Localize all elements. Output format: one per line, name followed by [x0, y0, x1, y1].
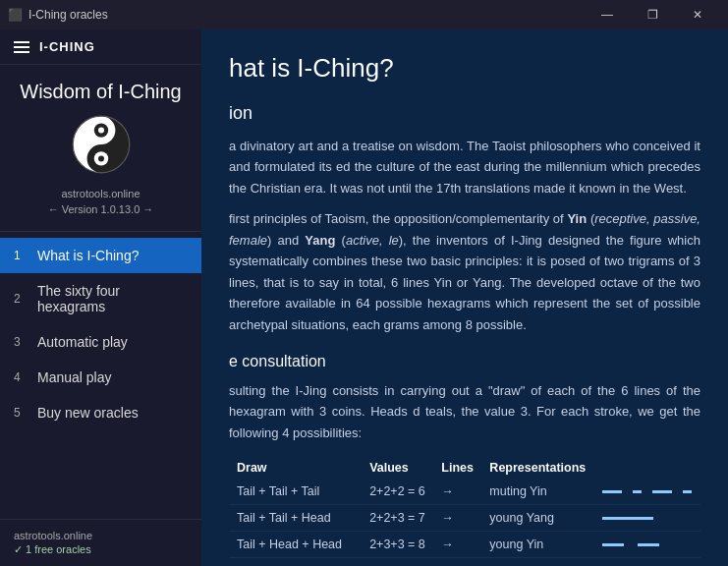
- sidebar-footer: astrotools.online ✓ 1 free oracles: [0, 519, 201, 566]
- section1-heading: ion: [229, 103, 700, 124]
- sidebar-version: ← Version 1.0.13.0 →: [14, 203, 188, 215]
- rep-1: [594, 479, 700, 505]
- nav-num-3: 3: [14, 335, 28, 349]
- col-draw: Draw: [229, 457, 362, 479]
- minimize-button[interactable]: —: [585, 0, 630, 29]
- section2-heading: e consultation: [229, 353, 700, 370]
- col-rep: Representations: [481, 457, 594, 479]
- sidebar: I-CHING Wisdom of I-Ching astrotools.onl…: [0, 29, 201, 566]
- app-container: I-CHING Wisdom of I-Ching astrotools.onl…: [0, 29, 728, 566]
- nav-label-2: The sixty four hexagrams: [37, 283, 188, 314]
- sidebar-brand-title: Wisdom of I-Ching: [14, 81, 188, 103]
- close-button[interactable]: ✕: [675, 0, 720, 29]
- line-3: young Yin: [481, 532, 594, 558]
- table-row: Head + Head + Head 3+3+3 = 9 → muting Ya…: [229, 558, 700, 566]
- sidebar-item-automatic-play[interactable]: 3 Automatic play: [0, 324, 201, 360]
- sidebar-item-buy-oracles[interactable]: 5 Buy new oracles: [0, 395, 201, 430]
- table-row: Tail + Tail + Tail 2+2+2 = 6 → muting Yi…: [229, 479, 700, 505]
- values-3: 2+3+3 = 8: [362, 532, 433, 558]
- table-row: Tail + Tail + Head 2+2+3 = 7 → young Yan…: [229, 505, 700, 532]
- title-bar-icon: ⬛: [8, 8, 23, 22]
- col-lines: Lines: [433, 457, 481, 479]
- maximize-button[interactable]: ❐: [630, 0, 675, 29]
- sidebar-header: I-CHING: [0, 29, 201, 65]
- draw-4: Head + Head + Head: [229, 558, 362, 566]
- rep-4: [594, 558, 700, 566]
- arrow-1: →: [433, 479, 481, 505]
- footer-site: astrotools.online: [14, 530, 188, 541]
- sidebar-item-what-is-iching[interactable]: 1 What is I-Ching?: [0, 238, 201, 273]
- title-bar-left: ⬛ I-Ching oracles: [8, 8, 108, 22]
- arrow-2: →: [433, 505, 481, 532]
- consultation-table: Draw Values Lines Representations Tail +…: [229, 457, 700, 566]
- footer-oracles: ✓ 1 free oracles: [14, 543, 188, 556]
- values-1: 2+2+2 = 6: [362, 479, 433, 505]
- nav-label-4: Manual play: [37, 369, 112, 385]
- section1-p1: a divinatory art and a treatise on wisdo…: [229, 136, 700, 198]
- title-bar-controls: — ❐ ✕: [585, 0, 720, 29]
- sidebar-item-manual-play[interactable]: 4 Manual play: [0, 360, 201, 395]
- draw-1: Tail + Tail + Tail: [229, 479, 362, 505]
- sidebar-header-label: I-CHING: [39, 39, 95, 54]
- values-4: 3+3+3 = 9: [362, 558, 433, 566]
- title-bar: ⬛ I-Ching oracles — ❐ ✕: [0, 0, 728, 29]
- hamburger-icon[interactable]: [14, 41, 29, 53]
- line-1: muting Yin: [481, 479, 594, 505]
- yin-yang-logo: [72, 115, 131, 174]
- col-values: Values: [362, 457, 433, 479]
- rep-2: [594, 505, 700, 532]
- sidebar-item-hexagrams[interactable]: 2 The sixty four hexagrams: [0, 273, 201, 324]
- nav-num-4: 4: [14, 370, 28, 384]
- section1-p2: first principles of Taoism, the oppositi…: [229, 208, 700, 335]
- line-4: muting Yang: [481, 558, 594, 566]
- nav-label-5: Buy new oracles: [37, 405, 139, 421]
- content-area: hat is I-Ching? ion a divinatory art and…: [201, 29, 728, 566]
- draw-2: Tail + Tail + Head: [229, 505, 362, 532]
- rep-3: [594, 532, 700, 558]
- line-2: young Yang: [481, 505, 594, 532]
- section2-p1: sulting the I-Jing consists in carrying …: [229, 380, 700, 443]
- title-bar-title: I-Ching oracles: [28, 8, 108, 22]
- draw-3: Tail + Head + Head: [229, 532, 362, 558]
- table-row: Tail + Head + Head 2+3+3 = 8 → young Yin: [229, 532, 700, 558]
- arrow-4: →: [433, 558, 481, 566]
- arrow-3: →: [433, 532, 481, 558]
- nav-num-5: 5: [14, 406, 28, 420]
- svg-point-4: [98, 155, 104, 161]
- values-2: 2+2+3 = 7: [362, 505, 433, 532]
- svg-point-3: [98, 128, 104, 134]
- sidebar-nav: 1 What is I-Ching? 2 The sixty four hexa…: [0, 232, 201, 519]
- sidebar-brand: Wisdom of I-Ching astrotools.online ← Ve…: [0, 65, 201, 232]
- nav-label-3: Automatic play: [37, 334, 128, 350]
- nav-label-1: What is I-Ching?: [37, 248, 139, 263]
- sidebar-site: astrotools.online: [14, 188, 188, 199]
- nav-num-1: 1: [14, 249, 28, 262]
- page-title: hat is I-Ching?: [229, 53, 700, 84]
- nav-num-2: 2: [14, 292, 28, 306]
